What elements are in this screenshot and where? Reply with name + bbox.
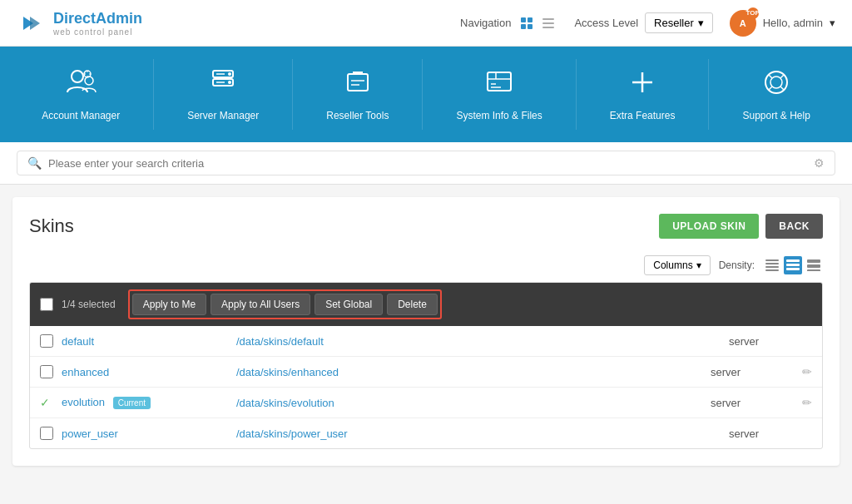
- svg-line-36: [780, 86, 784, 90]
- svg-rect-9: [542, 27, 554, 28]
- skin-type-evolution: server: [711, 397, 794, 409]
- svg-rect-40: [765, 263, 779, 264]
- row-checkbox-enhanced[interactable]: [40, 365, 53, 378]
- svg-rect-6: [528, 24, 532, 29]
- columns-label: Columns: [653, 259, 692, 271]
- nav-item-system-info[interactable]: System Info & Files: [423, 59, 576, 130]
- brand-name: DirectAdmin: [53, 10, 142, 27]
- extra-features-icon: [627, 67, 657, 103]
- nav-item-extra-features[interactable]: Extra Features: [577, 59, 710, 130]
- user-badge: TOP: [747, 7, 759, 19]
- search-icon: 🔍: [27, 156, 42, 170]
- density-list-icon[interactable]: [763, 256, 781, 274]
- nav-item-support-help[interactable]: Support & Help: [709, 59, 843, 130]
- back-button[interactable]: BACK: [765, 214, 823, 239]
- search-settings-icon[interactable]: ⚙: [814, 156, 825, 170]
- density-medium-icon[interactable]: [784, 256, 802, 274]
- svg-rect-42: [765, 269, 779, 271]
- apply-to-all-users-button[interactable]: Apply to All Users: [211, 294, 310, 315]
- table-row: enhanced /data/skins/enhanced server ✏: [30, 357, 822, 388]
- search-input[interactable]: [48, 157, 807, 170]
- svg-rect-4: [528, 17, 532, 22]
- svg-point-20: [228, 81, 231, 84]
- svg-rect-48: [807, 269, 820, 271]
- action-buttons-group: Apply to Me Apply to All Users Set Globa…: [128, 289, 442, 319]
- reseller-tools-icon: [343, 67, 373, 103]
- skin-type-enhanced: server: [711, 366, 794, 378]
- page-header: Skins UPLOAD SKIN BACK: [29, 214, 823, 239]
- current-badge: Current: [113, 397, 151, 409]
- main-header: DirectAdmin web control panel Navigation…: [0, 0, 852, 47]
- columns-dropdown-icon: ▾: [696, 259, 701, 271]
- svg-rect-7: [542, 18, 554, 20]
- skins-table: 1/4 selected Apply to Me Apply to All Us…: [29, 282, 823, 449]
- svg-line-38: [769, 86, 772, 90]
- logo: DirectAdmin web control panel: [17, 8, 142, 38]
- access-level-value: Reseller: [654, 17, 694, 29]
- svg-rect-39: [765, 259, 779, 261]
- svg-line-35: [769, 75, 772, 78]
- main-content: Skins UPLOAD SKIN BACK Columns ▾ Density…: [12, 197, 840, 466]
- nav-extra-features-label: Extra Features: [610, 110, 676, 121]
- nav-item-server-manager[interactable]: Server Manager: [154, 59, 293, 130]
- svg-rect-5: [521, 24, 526, 29]
- nav-server-manager-label: Server Manager: [187, 110, 259, 121]
- table-row: power_user /data/skins/power_user server: [30, 418, 822, 448]
- svg-point-33: [765, 72, 787, 93]
- support-help-icon: [761, 67, 791, 103]
- nav-reseller-tools-label: Reseller Tools: [326, 110, 389, 121]
- system-info-icon: [484, 67, 514, 103]
- skin-type-power-user: server: [729, 427, 812, 440]
- edit-icon-evolution[interactable]: ✏: [802, 396, 812, 409]
- skin-name-power-user: power_user: [62, 427, 228, 440]
- avatar: A TOP: [730, 10, 756, 37]
- skin-type-default: server: [729, 335, 812, 348]
- current-check-icon: ✓: [40, 396, 53, 409]
- svg-rect-23: [348, 74, 368, 91]
- row-checkbox-power-user[interactable]: [40, 427, 53, 440]
- upload-skin-button[interactable]: UPLOAD SKIN: [659, 214, 759, 239]
- skin-path-power-user: /data/skins/power_user: [236, 427, 721, 440]
- columns-button[interactable]: Columns ▾: [644, 255, 710, 275]
- delete-button[interactable]: Delete: [387, 294, 438, 315]
- navigation-bar: Account Manager Server Manager Reseller …: [0, 47, 852, 142]
- skin-path-enhanced: /data/skins/enhanced: [236, 366, 702, 378]
- density-label: Density:: [719, 259, 755, 271]
- avatar-initial: A: [740, 18, 746, 28]
- svg-rect-41: [765, 266, 779, 268]
- grid-view-icon[interactable]: [518, 14, 536, 32]
- table-row: ✓ evolution Current /data/skins/evolutio…: [30, 388, 822, 418]
- svg-rect-45: [786, 268, 800, 270]
- set-global-button[interactable]: Set Global: [315, 294, 383, 315]
- selected-count: 1/4 selected: [62, 299, 116, 310]
- svg-rect-44: [786, 264, 800, 266]
- apply-to-me-button[interactable]: Apply to Me: [132, 294, 206, 315]
- skin-path-evolution: /data/skins/evolution: [236, 397, 702, 409]
- svg-point-10: [72, 71, 83, 82]
- density-large-icon[interactable]: [805, 256, 823, 274]
- access-level-dropdown[interactable]: Reseller ▾: [645, 12, 713, 33]
- user-greeting: Hello, admin: [763, 17, 823, 29]
- server-manager-icon: [208, 67, 238, 103]
- navigation-label: Navigation: [460, 17, 511, 29]
- list-view-icon[interactable]: [539, 14, 557, 32]
- user-dropdown-icon: ▾: [830, 17, 835, 29]
- skin-name-evolution: evolution Current: [62, 396, 228, 409]
- skin-path-default: /data/skins/default: [236, 335, 721, 348]
- table-header-row: 1/4 selected Apply to Me Apply to All Us…: [30, 283, 822, 326]
- nav-item-reseller-tools[interactable]: Reseller Tools: [293, 59, 423, 130]
- logo-icon: [17, 8, 47, 38]
- user-menu[interactable]: A TOP Hello, admin ▾: [730, 10, 835, 37]
- nav-item-account-manager[interactable]: Account Manager: [8, 59, 154, 130]
- search-area: 🔍 ⚙: [0, 142, 852, 185]
- table-row: default /data/skins/default server: [30, 326, 822, 357]
- brand-sub: web control panel: [53, 27, 142, 37]
- edit-icon-enhanced[interactable]: ✏: [802, 365, 812, 378]
- svg-line-37: [780, 75, 784, 78]
- row-checkbox-default[interactable]: [40, 334, 53, 348]
- account-manager-icon: [64, 67, 97, 103]
- skin-name-default: default: [62, 335, 228, 348]
- svg-point-19: [228, 72, 231, 76]
- svg-rect-43: [786, 259, 800, 262]
- select-all-checkbox[interactable]: [40, 298, 53, 311]
